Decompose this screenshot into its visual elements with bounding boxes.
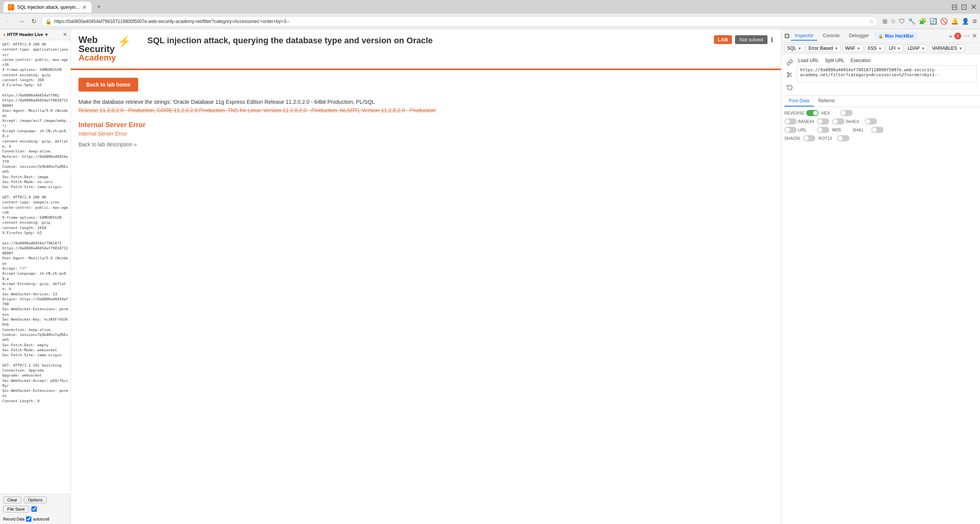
error-based-arrow: ▼ [835,46,838,51]
base64-label: BASE64 [798,119,815,124]
wrench-icon[interactable]: 🔧 [908,18,916,25]
close-window-button[interactable]: ✕ [970,2,977,11]
reverse-toggle: REVERSE [784,110,818,116]
sync-icon[interactable]: 🔄 [929,18,937,25]
waf-dropdown[interactable]: WAF ▼ [843,44,863,52]
devtools-dock-icon[interactable]: ⊡ [784,32,789,39]
http-panel-title: ● HTTP Header Live ▼ [3,32,49,37]
record-data-label: Record Data [3,517,24,521]
devtools-header-right: » 1 ⋯ ✕ [949,32,977,39]
http-panel-dropdown-icon[interactable]: ▼ [45,33,49,37]
http-panel-close-button[interactable]: ✕ [63,31,67,38]
http-content: GET: HTTP/2.0 200 OK content-type: appli… [0,40,70,494]
0xhex-label: 0xHEX [846,119,863,124]
more-tabs-button[interactable]: » [949,33,952,39]
grid-icon[interactable]: ⊞ [882,18,887,25]
options-button[interactable]: Options [24,496,47,503]
url-toggle-2[interactable] [817,127,829,133]
waf-arrow: ▼ [857,46,861,51]
ldap-dropdown[interactable]: LDAP ▼ [905,44,928,52]
hex-label: HEX [822,111,839,115]
maximize-button[interactable]: ⊡ [961,2,967,11]
url-input-container: Load URL Split URL Execution [797,57,977,92]
back-button[interactable]: ← [3,16,14,26]
sha1-toggle-switch[interactable] [871,127,884,133]
content-area: Web Security Academy ⚡ SQL injection att… [71,29,781,524]
tab-favicon: 🔶 [8,4,14,10]
xss-dropdown[interactable]: XSS ▼ [865,44,885,52]
ban-icon[interactable]: 🚫 [940,18,948,25]
base64-toggle: BASE64 [784,118,829,124]
info-icon[interactable]: ℹ [771,36,773,44]
address-bar[interactable]: 🔒 https://0a0800a40454af798187118800f500… [41,16,878,27]
0xhex-toggle: 0xHEX [832,118,877,124]
tab-hackbar[interactable]: 🔒 Max HackBar [874,32,918,40]
active-tab[interactable]: 🔶 SQL injection attack, queryin... ✕ [3,1,92,13]
url-display: https://0a0800a40454af798187118800f5007e… [54,19,867,24]
lock-icon: 🔒 [878,34,884,38]
logo-academy: Academy [78,54,116,62]
waf-label: WAF [845,46,855,51]
tab-console[interactable]: Console [819,31,843,41]
back-to-lab-button[interactable]: Back to lab home [78,78,138,92]
tab-inspector[interactable]: Inspector [791,31,817,41]
url-input[interactable] [797,66,977,82]
logo-block: Web Security Academy [78,35,116,62]
refresh-icon-button[interactable] [784,82,795,92]
minimize-button[interactable]: ⊟ [951,2,958,11]
shield-icon[interactable]: 🛡 [899,18,905,25]
tab-debugger[interactable]: Debugger [845,31,873,41]
lfi-dropdown[interactable]: LFI ▼ [886,44,903,52]
rot13-label: ROT13 [818,136,836,141]
load-url-label[interactable]: Load URL [797,57,820,64]
base64-toggle-2[interactable] [817,118,829,124]
file-save-checkbox[interactable] [31,506,37,512]
reverse-toggle-switch[interactable] [806,110,818,116]
bell-icon[interactable]: 🔔 [951,18,959,25]
scissors-icon [787,72,793,78]
devtools-close-button[interactable]: ✕ [972,32,977,39]
svg-line-4 [789,74,790,75]
rot13-toggle-switch[interactable] [837,135,849,141]
record-data-checkbox[interactable] [26,516,31,522]
post-data-tab[interactable]: Post Data [784,96,814,106]
avatar-icon[interactable]: 👤 [962,18,969,25]
reverse-label: REVERSE [784,111,805,115]
split-url-label[interactable]: Split URL [823,57,846,64]
sha256-toggle-switch[interactable] [803,135,815,141]
referrer-tab[interactable]: Referrer [814,96,840,106]
more-options-button[interactable]: ⋯ [964,32,970,39]
chevron-right-icon: » [134,141,137,147]
link-icon-button[interactable] [784,57,795,68]
0xhex-toggle-switch[interactable] [832,118,844,124]
svg-point-1 [787,75,789,77]
execution-label[interactable]: Execution [849,57,872,64]
puzzle-icon[interactable]: 🧩 [919,18,926,25]
encoder-row-4: SHA256 ROT13 [784,135,977,141]
error-based-dropdown[interactable]: Error Based ▼ [806,44,841,52]
file-save-button[interactable]: File Save [3,506,29,513]
autoscroll-label: autoscroll [33,517,49,521]
hex-toggle-switch[interactable] [840,110,853,116]
0xhex-toggle-2[interactable] [865,118,877,124]
menu-icon[interactable]: ≡ [972,17,977,26]
new-tab-button[interactable]: + [93,2,104,12]
url-toggle-switch[interactable] [784,127,797,133]
sha1-toggle: SHA1 [853,127,884,133]
base64-toggle-switch[interactable] [784,118,797,124]
sql-dropdown[interactable]: SQL ▼ [784,44,804,52]
record-data-row: Record Data autoscroll [3,516,67,522]
bookmark-icon[interactable]: ☆ [890,18,896,25]
refresh-icon [787,84,793,90]
variables-dropdown[interactable]: VARIABLES ▼ [929,44,965,52]
tab-close-button[interactable]: ✕ [82,4,87,10]
lab-header: Web Security Academy ⚡ SQL injection att… [71,29,781,69]
star-icon[interactable]: ☆ [869,19,874,24]
hackbar-toolbar: SQL ▼ Error Based ▼ WAF ▼ XSS ▼ LFI ▼ [781,43,980,54]
reload-button[interactable]: ↻ [29,16,39,26]
scissors-icon-button[interactable] [784,69,795,80]
sha1-label: SHA1 [853,128,870,132]
clear-button[interactable]: Clear [3,496,21,503]
back-to-description-link[interactable]: Back to lab description » [78,141,773,147]
forward-button[interactable]: → [16,16,27,26]
